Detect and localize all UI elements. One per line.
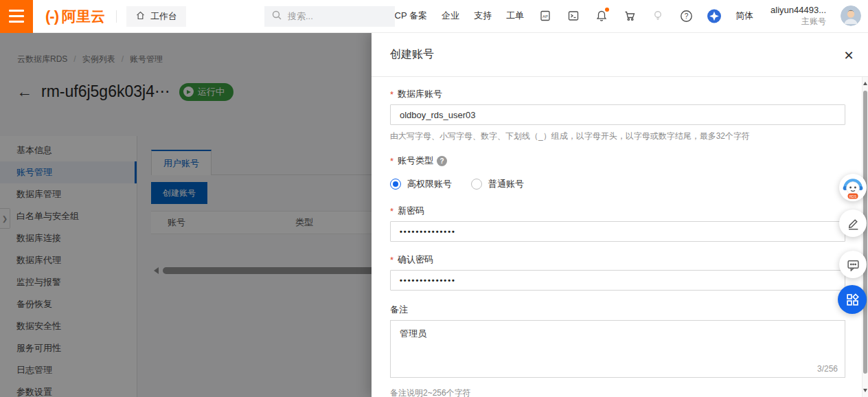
svg-text:AP: AP <box>542 14 548 19</box>
confirm-password-label: 确认密码 <box>390 253 845 266</box>
bulb-icon[interactable] <box>651 9 665 23</box>
aliyun-logo[interactable]: (-) 阿里云 <box>45 7 105 26</box>
cloudshell-icon[interactable] <box>567 9 580 23</box>
vertical-scrollbar-thumb[interactable] <box>863 91 867 374</box>
radio-unselected-icon[interactable] <box>471 179 482 190</box>
search-icon <box>271 10 282 23</box>
bell-icon[interactable] <box>595 9 608 23</box>
radio-option-standard[interactable]: 普通账号 <box>471 178 524 190</box>
radio-option-privileged[interactable]: 高权限账号 <box>390 178 452 190</box>
hamburger-menu-icon[interactable] <box>0 0 33 33</box>
nav-icp[interactable]: ICP 备案 <box>392 10 427 22</box>
drawer-header: 创建账号 ✕ <box>372 33 868 77</box>
drawer-body: 数据库账号 oldboy_rds_user03 由大写字母、小写字母、数字、下划… <box>390 77 845 397</box>
search-placeholder: 搜索... <box>288 10 313 23</box>
account-menu[interactable]: aliyun44493... 主账号 <box>770 5 826 27</box>
nav-enterprise[interactable]: 企业 <box>442 10 459 22</box>
scroll-up-arrow-icon[interactable] <box>863 82 867 85</box>
api-icon[interactable]: AP <box>538 9 552 23</box>
notification-dot <box>605 8 609 12</box>
confirm-password-value: •••••••••••••• <box>400 276 456 284</box>
help-icon[interactable]: ? <box>679 9 693 23</box>
workbench-label: 工作台 <box>150 10 177 23</box>
logo-text: 阿里云 <box>62 7 105 26</box>
pencil-icon[interactable] <box>839 209 867 237</box>
nav-tickets[interactable]: 工单 <box>506 10 524 22</box>
remark-label-text: 备注 <box>390 304 408 316</box>
db-account-input[interactable]: oldboy_rds_user03 <box>390 104 845 125</box>
account-type-help-icon[interactable]: ? <box>437 156 447 166</box>
required-asterisk <box>390 89 394 100</box>
radio-selected-icon[interactable] <box>390 179 401 190</box>
required-asterisk <box>390 156 394 166</box>
required-asterisk <box>390 255 394 265</box>
topbar: (-) 阿里云 工作台 搜索... 费用 ICP 备案 企业 支持 工单 AP <box>0 0 868 33</box>
new-password-value: •••••••••••••• <box>400 227 456 236</box>
confirm-password-label-text: 确认密码 <box>398 253 433 266</box>
chat-icon[interactable] <box>839 251 867 278</box>
language-toggle[interactable]: 简体 <box>735 10 753 22</box>
create-account-drawer: 创建账号 ✕ 数据库账号 oldboy_rds_user03 由大写字母、小写字… <box>372 33 868 397</box>
new-password-label-text: 新密码 <box>398 205 424 217</box>
page: 云数据库RDS 实例列表 账号管理 ← rm-uf6j5g6k03j4⋯ 运行中… <box>0 33 868 397</box>
radio-standard-label: 普通账号 <box>488 178 524 190</box>
remark-textarea[interactable]: 管理员 3/256 <box>390 320 845 378</box>
divider <box>116 10 117 23</box>
required-asterisk <box>390 206 394 216</box>
modal-overlay-mask <box>0 33 372 397</box>
db-account-label-text: 数据库账号 <box>398 88 442 100</box>
db-account-value: oldboy_rds_user03 <box>400 110 476 120</box>
confirm-password-input[interactable]: •••••••••••••• <box>390 270 845 291</box>
remark-value: 管理员 <box>400 328 426 339</box>
db-account-helper: 由大写字母、小写字母、数字、下划线（_）组成，以字母开头，以字母或数字结尾，最多… <box>390 131 845 142</box>
drawer-title: 创建账号 <box>390 47 434 62</box>
remark-label: 备注 <box>390 304 845 316</box>
workbench-button[interactable]: 工作台 <box>126 6 186 27</box>
cart-icon[interactable] <box>623 9 637 23</box>
new-password-input[interactable]: •••••••••••••• <box>390 221 845 242</box>
new-password-label: 新密码 <box>390 205 845 217</box>
search-input[interactable]: 搜索... <box>264 6 395 27</box>
rds-assistant-robot-icon[interactable]: RDS <box>839 174 867 201</box>
account-type: 主账号 <box>801 16 826 27</box>
sparkle-icon[interactable] <box>707 9 721 23</box>
close-icon[interactable]: ✕ <box>841 48 856 63</box>
vertical-scrollbar <box>862 77 868 397</box>
home-icon <box>135 10 146 23</box>
svg-text:?: ? <box>684 12 688 20</box>
remark-helper: 备注说明2~256个字符 <box>390 387 845 397</box>
apps-grid-icon[interactable] <box>838 285 867 314</box>
account-type-label-text: 账号类型 <box>398 155 433 167</box>
account-type-label: 账号类型 ? <box>390 155 845 167</box>
topbar-right: 费用 ICP 备案 企业 支持 工单 AP ? <box>360 5 868 27</box>
avatar[interactable] <box>841 5 861 26</box>
char-counter: 3/256 <box>817 364 838 374</box>
svg-text:RDS: RDS <box>849 194 857 198</box>
account-type-radio-group: 高权限账号 普通账号 <box>390 178 845 190</box>
nav-support[interactable]: 支持 <box>474 10 492 22</box>
screen: (-) 阿里云 工作台 搜索... 费用 ICP 备案 企业 支持 工单 AP <box>0 0 868 397</box>
scroll-down-arrow-icon[interactable] <box>863 389 867 392</box>
db-account-label: 数据库账号 <box>390 88 845 100</box>
account-name: aliyun44493... <box>770 5 826 16</box>
logo-bracket-icon: (-) <box>45 8 58 25</box>
radio-privileged-label: 高权限账号 <box>407 178 452 190</box>
